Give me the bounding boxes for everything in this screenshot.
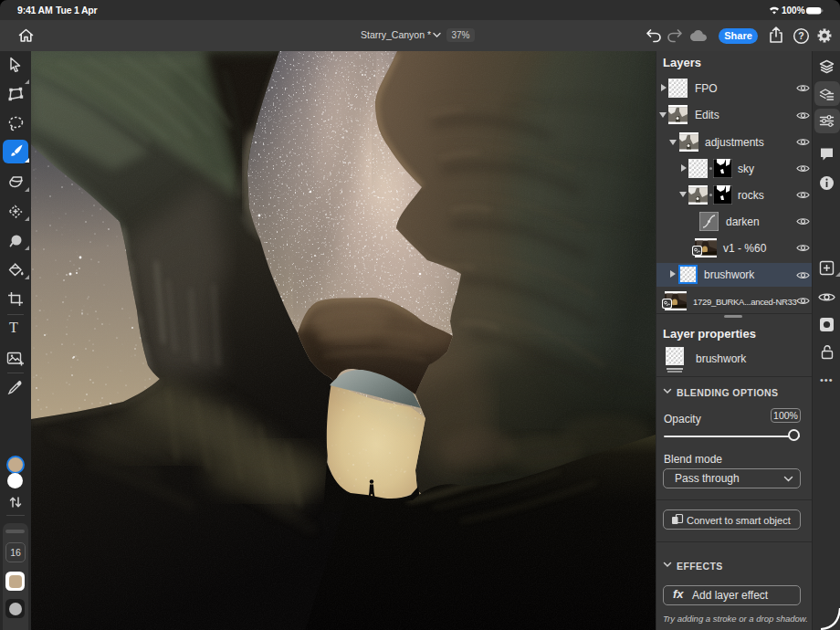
svg-text:?: ? <box>798 30 803 41</box>
